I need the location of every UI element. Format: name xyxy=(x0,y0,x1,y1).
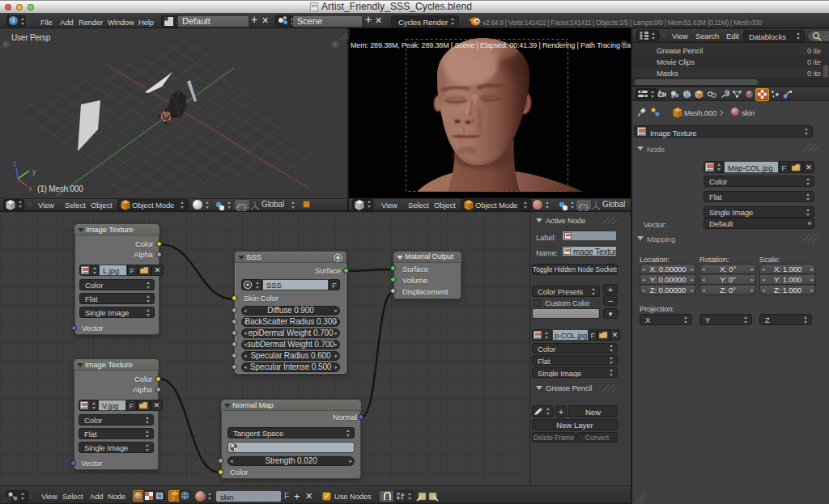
svg-text:x: x xyxy=(28,184,32,193)
svg-text:z: z xyxy=(13,159,17,167)
svg-text:y: y xyxy=(32,167,36,176)
